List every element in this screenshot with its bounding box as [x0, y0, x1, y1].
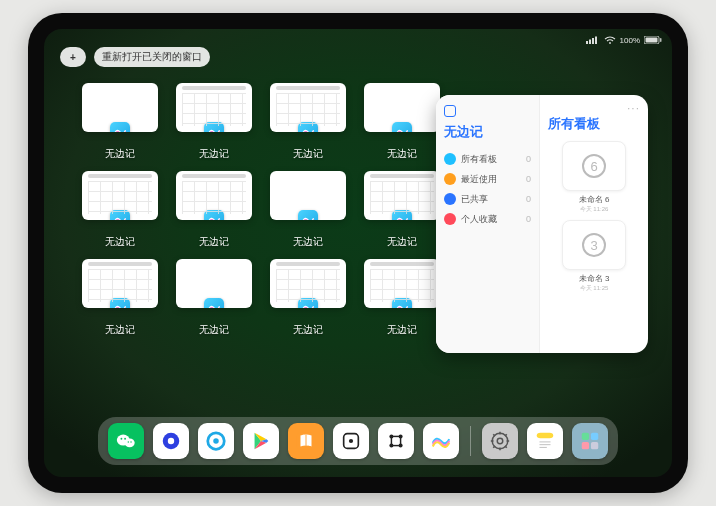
freeform-app-icon [110, 210, 130, 220]
sidebar-list: 所有看板0最近使用0已共享0个人收藏0 [444, 149, 531, 229]
svg-text:3: 3 [590, 238, 597, 253]
sidebar-item-2[interactable]: 已共享0 [444, 189, 531, 209]
item-label: 最近使用 [461, 173, 497, 186]
dock-dice-icon[interactable] [333, 423, 369, 459]
card-thumb [176, 171, 252, 220]
board-thumb: 6 [562, 141, 626, 191]
svg-point-15 [124, 438, 126, 440]
battery-icon [644, 36, 662, 44]
dock-app-library-icon[interactable] [572, 423, 608, 459]
status-bar: 100% [44, 33, 672, 47]
freeform-app-icon [298, 298, 318, 308]
svg-point-35 [497, 438, 503, 444]
more-icon[interactable]: ··· [627, 101, 640, 115]
svg-point-4 [609, 42, 611, 44]
dock-play-icon[interactable] [243, 423, 279, 459]
svg-point-14 [121, 438, 123, 440]
svg-rect-45 [537, 433, 554, 439]
dock-freeform-icon[interactable] [423, 423, 459, 459]
freeform-app-icon [204, 298, 224, 308]
dock-qqbrowser-icon[interactable] [198, 423, 234, 459]
switcher-card-4[interactable]: 无边记 [80, 171, 160, 249]
dock-grid-icon[interactable] [378, 423, 414, 459]
signal-icon [586, 36, 600, 44]
card-thumb [364, 171, 440, 220]
card-thumb [82, 259, 158, 308]
category-icon [444, 153, 456, 165]
svg-point-17 [130, 441, 131, 442]
card-label: 无边记 [105, 323, 135, 337]
board-subtitle: 今天 11:25 [580, 284, 609, 293]
sidebar-item-1[interactable]: 最近使用0 [444, 169, 531, 189]
freeform-app-icon [204, 210, 224, 220]
preview-window[interactable]: 无边记 所有看板0最近使用0已共享0个人收藏0 ··· 所有看板 6未命名 6今… [436, 95, 648, 353]
item-count: 0 [526, 174, 531, 184]
board-0[interactable]: 6未命名 6今天 11:26 [558, 141, 630, 214]
preview-sidebar: 无边记 所有看板0最近使用0已共享0个人收藏0 [436, 95, 540, 353]
svg-point-13 [125, 439, 135, 448]
switcher-card-6[interactable]: 无边记 [268, 171, 348, 249]
card-thumb [82, 171, 158, 220]
svg-rect-51 [582, 442, 589, 449]
ipad-frame: 100% + 重新打开已关闭的窗口 无边记无边记无边记无边记无边记无边记无边记无… [28, 13, 688, 493]
switcher-card-10[interactable]: 无边记 [268, 259, 348, 337]
dock-notes-icon[interactable] [527, 423, 563, 459]
svg-rect-50 [591, 433, 598, 440]
card-thumb [270, 171, 346, 220]
dock-quark-icon[interactable] [153, 423, 189, 459]
reopen-closed-window-button[interactable]: 重新打开已关闭的窗口 [94, 47, 210, 67]
switcher-card-3[interactable]: 无边记 [362, 83, 442, 161]
switcher-card-1[interactable]: 无边记 [174, 83, 254, 161]
svg-rect-7 [660, 38, 662, 42]
screen: 100% + 重新打开已关闭的窗口 无边记无边记无边记无边记无边记无边记无边记无… [44, 29, 672, 477]
card-thumb [364, 83, 440, 132]
board-title: 未命名 3 [579, 273, 610, 284]
sidebar-item-0[interactable]: 所有看板0 [444, 149, 531, 169]
switcher-card-5[interactable]: 无边记 [174, 171, 254, 249]
card-label: 无边记 [387, 323, 417, 337]
freeform-app-icon [204, 122, 224, 132]
svg-rect-3 [595, 37, 597, 45]
category-icon [444, 213, 456, 225]
card-thumb [176, 83, 252, 132]
freeform-app-icon [298, 122, 318, 132]
switcher-card-11[interactable]: 无边记 [362, 259, 442, 337]
card-label: 无边记 [293, 323, 323, 337]
dock [98, 417, 618, 465]
sidebar-item-3[interactable]: 个人收藏0 [444, 209, 531, 229]
svg-rect-49 [582, 433, 589, 440]
switcher-card-2[interactable]: 无边记 [268, 83, 348, 161]
card-label: 无边记 [105, 235, 135, 249]
dock-separator [470, 426, 471, 456]
card-thumb [364, 259, 440, 308]
switcher-card-7[interactable]: 无边记 [362, 171, 442, 249]
svg-point-25 [349, 439, 353, 443]
item-label: 所有看板 [461, 153, 497, 166]
freeform-app-icon [392, 298, 412, 308]
switcher-card-0[interactable]: 无边记 [80, 83, 160, 161]
new-window-button[interactable]: + [60, 47, 86, 67]
switcher-card-8[interactable]: 无边记 [80, 259, 160, 337]
item-count: 0 [526, 154, 531, 164]
item-label: 个人收藏 [461, 213, 497, 226]
category-icon [444, 173, 456, 185]
topbar: + 重新打开已关闭的窗口 [60, 47, 210, 67]
svg-rect-2 [592, 38, 594, 44]
svg-rect-0 [586, 41, 588, 44]
item-count: 0 [526, 214, 531, 224]
svg-rect-1 [589, 40, 591, 45]
svg-point-16 [128, 441, 129, 442]
card-thumb [270, 83, 346, 132]
switcher-card-9[interactable]: 无边记 [174, 259, 254, 337]
card-thumb [270, 259, 346, 308]
dock-settings-icon[interactable] [482, 423, 518, 459]
card-label: 无边记 [199, 235, 229, 249]
svg-rect-52 [591, 442, 598, 449]
board-1[interactable]: 3未命名 3今天 11:25 [558, 220, 630, 293]
dock-books-icon[interactable] [288, 423, 324, 459]
card-label: 无边记 [199, 323, 229, 337]
card-label: 无边记 [199, 147, 229, 161]
dock-wechat-icon[interactable] [108, 423, 144, 459]
board-title: 未命名 6 [579, 194, 610, 205]
freeform-app-icon [110, 298, 130, 308]
